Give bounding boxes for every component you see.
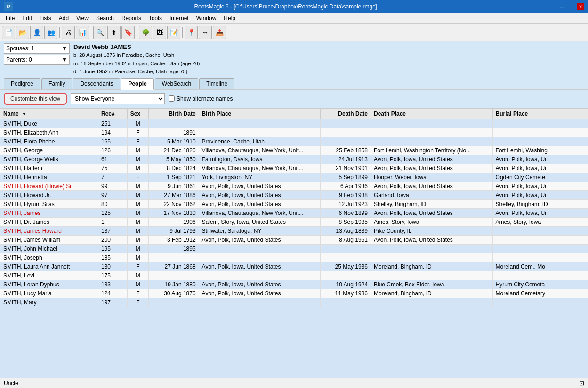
table-cell: 8 Aug 1961 bbox=[321, 235, 371, 244]
add-person-button[interactable]: 👤 bbox=[30, 26, 43, 39]
table-row[interactable]: SMITH, Hyrum Silas80M22 Nov 1862Avon, Po… bbox=[0, 199, 588, 208]
show-select[interactable]: Show Everyone bbox=[71, 93, 165, 104]
tab-timeline[interactable]: Timeline bbox=[199, 78, 234, 89]
customize-view-button[interactable]: Customize this view bbox=[4, 93, 67, 105]
minimize-button[interactable]: ─ bbox=[558, 3, 565, 10]
table-cell: Moreland Cemetary bbox=[492, 289, 588, 298]
table-cell: 99 bbox=[98, 182, 128, 190]
restore-button[interactable]: □ bbox=[567, 3, 575, 10]
table-row[interactable]: SMITH, James William200M3 Feb 1912Avon, … bbox=[0, 235, 588, 244]
table-cell: M bbox=[127, 164, 148, 173]
table-row[interactable]: SMITH, George126M21 Dec 1826Villanova, C… bbox=[0, 146, 588, 155]
open-button[interactable]: 📂 bbox=[16, 26, 29, 39]
table-cell: Villanova, Chautauqua, New York, Unit... bbox=[199, 164, 321, 173]
menu-tools[interactable]: Tools bbox=[145, 14, 166, 23]
table-cell: M bbox=[127, 119, 148, 128]
table-cell: Avon, Polk, Iowa, Ur bbox=[492, 182, 588, 190]
table-row[interactable]: SMITH, Duke251M bbox=[0, 119, 588, 128]
col-header-ddate[interactable]: Death Date bbox=[321, 108, 371, 119]
report-button[interactable]: 📊 bbox=[76, 26, 89, 39]
menu-file[interactable]: File bbox=[2, 14, 18, 23]
table-cell: 1 Sep 1821 bbox=[148, 173, 199, 182]
table-row[interactable]: SMITH, Lucy Maria124F30 Aug 1876Avon, Po… bbox=[0, 289, 588, 298]
col-header-bdate[interactable]: Birth Date bbox=[148, 108, 199, 119]
menu-help[interactable]: Help bbox=[220, 14, 239, 23]
search-button[interactable]: 🔍 bbox=[93, 26, 106, 39]
tab-websearch[interactable]: WebSearch bbox=[155, 78, 198, 89]
table-cell bbox=[492, 298, 588, 307]
map-button[interactable]: 📍 bbox=[185, 26, 198, 39]
data-table-wrapper[interactable]: Name ▼ Rec# Sex Birth Date Birth Place D… bbox=[0, 108, 588, 378]
table-cell bbox=[492, 119, 588, 128]
bookmark-button[interactable]: 🔖 bbox=[121, 26, 135, 39]
table-row[interactable]: SMITH, John Michael195M1895 bbox=[0, 244, 588, 253]
tab-family[interactable]: Family bbox=[41, 78, 72, 89]
table-cell: Avon, Polk, Iowa, United States bbox=[371, 235, 492, 244]
tab-descendants[interactable]: Descendants bbox=[73, 78, 120, 89]
show-alternate-checkbox[interactable] bbox=[169, 95, 175, 102]
export-button[interactable]: 📤 bbox=[213, 26, 226, 39]
person-list-button[interactable]: 👥 bbox=[44, 26, 57, 39]
menu-edit[interactable]: Edit bbox=[18, 14, 36, 23]
menu-add[interactable]: Add bbox=[55, 14, 72, 23]
sort-arrow: ▼ bbox=[22, 112, 26, 117]
print-button[interactable]: 🖨 bbox=[62, 26, 75, 39]
menu-reports[interactable]: Reports bbox=[118, 14, 145, 23]
table-cell bbox=[371, 119, 492, 128]
table-cell: SMITH, Loran Dyphus bbox=[0, 280, 98, 289]
table-cell: SMITH, Harlem bbox=[0, 164, 98, 173]
table-cell: 124 bbox=[98, 289, 128, 298]
table-row[interactable]: SMITH, Dr. James1M1906Salem, Story, Iowa… bbox=[0, 217, 588, 226]
table-row[interactable]: SMITH, Mary197F bbox=[0, 298, 588, 307]
sync-button[interactable]: ↔ bbox=[199, 26, 212, 39]
col-header-dplace[interactable]: Death Place bbox=[371, 108, 492, 119]
new-button[interactable]: 📄 bbox=[2, 26, 15, 39]
resize-handle[interactable]: ⊡ bbox=[580, 380, 584, 387]
table-cell: SMITH, Hyrum Silas bbox=[0, 199, 98, 208]
nav-up-button[interactable]: ⬆ bbox=[107, 26, 121, 39]
tab-pedigree[interactable]: Pedigree bbox=[4, 78, 40, 89]
close-button[interactable]: ✕ bbox=[577, 3, 584, 10]
table-cell: 24 Jul 1913 bbox=[321, 155, 371, 164]
col-header-bplace[interactable]: Birth Place bbox=[199, 108, 321, 119]
table-row[interactable]: SMITH, Joseph185M bbox=[0, 253, 588, 262]
show-alternate-label[interactable]: Show alternate names bbox=[169, 95, 233, 102]
menu-view[interactable]: View bbox=[72, 14, 92, 23]
sep2 bbox=[91, 27, 91, 38]
menu-search[interactable]: Search bbox=[92, 14, 118, 23]
table-row[interactable]: SMITH, Howard Jr.97M27 Mar 1886Avon, Pol… bbox=[0, 190, 588, 199]
col-header-burial[interactable]: Burial Place bbox=[492, 108, 588, 119]
table-row[interactable]: SMITH, George Wells61M5 May 1850Farmingt… bbox=[0, 155, 588, 164]
table-row[interactable]: SMITH, Laura Ann Jannett130F27 Jun 1868A… bbox=[0, 262, 588, 271]
table-cell: 9 Jul 1793 bbox=[148, 226, 199, 235]
menu-lists[interactable]: Lists bbox=[36, 14, 55, 23]
col-header-name[interactable]: Name ▼ bbox=[0, 108, 98, 119]
table-row[interactable]: SMITH, Levi175M bbox=[0, 271, 588, 280]
table-cell bbox=[321, 298, 371, 307]
window-title: RootsMagic 6 - [C:\Users\Bruce\Dropbox\R… bbox=[13, 3, 558, 10]
menu-window[interactable]: Window bbox=[193, 14, 220, 23]
table-row[interactable]: SMITH, Harlem75M8 Dec 1824Villanova, Cha… bbox=[0, 164, 588, 173]
table-cell: 175 bbox=[98, 271, 128, 280]
pedigree-button[interactable]: 🌳 bbox=[139, 26, 152, 39]
source-button[interactable]: 📝 bbox=[167, 26, 180, 39]
table-row[interactable]: SMITH, James Howard137M9 Jul 1793Stillwa… bbox=[0, 226, 588, 235]
media-button[interactable]: 🖼 bbox=[153, 26, 166, 39]
table-cell: 1895 bbox=[148, 244, 199, 253]
tab-people[interactable]: People bbox=[121, 78, 153, 90]
table-cell: Avon, Polk, Iowa, United States bbox=[199, 289, 321, 298]
col-header-rec[interactable]: Rec# bbox=[98, 108, 128, 119]
table-row[interactable]: SMITH, Loran Dyphus133M19 Jan 1880Avon, … bbox=[0, 280, 588, 289]
table-cell: SMITH, Joseph bbox=[0, 253, 98, 262]
table-row[interactable]: SMITH, Henrietta7F1 Sep 1821York, Living… bbox=[0, 173, 588, 182]
menu-internet[interactable]: Internet bbox=[166, 14, 193, 23]
parents-dropdown[interactable]: Parents: 0 ▼ bbox=[4, 55, 70, 65]
table-cell: Villanova, Chautauqua, New York, Unit... bbox=[199, 208, 321, 217]
table-row[interactable]: SMITH, Howard (Howie) Sr.99M9 Jun 1861Av… bbox=[0, 182, 588, 190]
table-row[interactable]: SMITH, James125M17 Nov 1830Villanova, Ch… bbox=[0, 208, 588, 217]
table-row[interactable]: SMITH, Flora Phebe165F5 Mar 1910Providen… bbox=[0, 137, 588, 146]
table-cell: 11 May 1936 bbox=[321, 289, 371, 298]
table-row[interactable]: SMITH, Elizabeth Ann194F1891 bbox=[0, 128, 588, 137]
spouses-dropdown[interactable]: Spouses: 1 ▼ bbox=[4, 43, 70, 54]
col-header-sex[interactable]: Sex bbox=[127, 108, 148, 119]
